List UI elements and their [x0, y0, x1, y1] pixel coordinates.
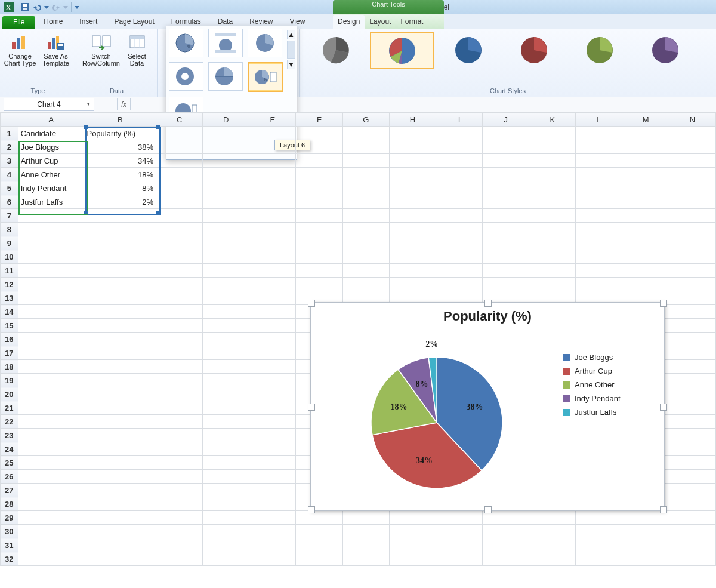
- cell-E4[interactable]: [249, 168, 296, 181]
- cell-G8[interactable]: [342, 223, 389, 236]
- cell-F7[interactable]: [296, 209, 342, 223]
- cell-A13[interactable]: [18, 291, 84, 305]
- cell-M11[interactable]: [622, 264, 669, 278]
- cell-G11[interactable]: [342, 264, 389, 278]
- cell-C30[interactable]: [156, 525, 202, 538]
- row-header-23[interactable]: 23: [1, 429, 18, 442]
- cell-I1[interactable]: [436, 127, 483, 140]
- chart-style-3[interactable]: [437, 32, 500, 68]
- cell-E10[interactable]: [249, 250, 296, 264]
- selection-handle[interactable]: [156, 211, 160, 214]
- cell-A26[interactable]: [18, 470, 84, 484]
- row-header-17[interactable]: 17: [1, 346, 18, 360]
- cell-D16[interactable]: [203, 333, 249, 346]
- cell-L1[interactable]: [576, 127, 622, 140]
- cell-N28[interactable]: [669, 497, 715, 511]
- cell-D7[interactable]: [203, 209, 249, 223]
- chart-resize-handle[interactable]: [308, 506, 315, 513]
- cell-B23[interactable]: [84, 429, 156, 442]
- cell-E5[interactable]: [249, 181, 296, 195]
- cell-A25[interactable]: [18, 456, 84, 470]
- cell-N23[interactable]: [669, 429, 715, 442]
- cell-C15[interactable]: [156, 319, 202, 333]
- cell-G2[interactable]: [342, 140, 389, 154]
- cell-K4[interactable]: [529, 168, 576, 181]
- cell-M31[interactable]: [622, 538, 669, 552]
- cell-H1[interactable]: [389, 127, 436, 140]
- cell-B26[interactable]: [84, 470, 156, 484]
- cell-C26[interactable]: [156, 470, 202, 484]
- cell-C14[interactable]: [156, 305, 202, 319]
- cell-M32[interactable]: [622, 552, 669, 566]
- cell-L31[interactable]: [576, 538, 622, 552]
- cell-A29[interactable]: [18, 511, 84, 525]
- cell-N7[interactable]: [669, 209, 715, 223]
- cell-E15[interactable]: [249, 319, 296, 333]
- cell-A12[interactable]: [18, 278, 84, 291]
- cell-F5[interactable]: [296, 181, 342, 195]
- cell-H11[interactable]: [389, 264, 436, 278]
- cell-I30[interactable]: [436, 525, 483, 538]
- cell-L29[interactable]: [576, 511, 622, 525]
- row-header-31[interactable]: 31: [1, 538, 18, 552]
- row-header-27[interactable]: 27: [1, 484, 18, 497]
- cell-K9[interactable]: [529, 236, 576, 250]
- cell-K1[interactable]: [529, 127, 576, 140]
- cell-A6[interactable]: Justfur Laffs: [18, 195, 84, 209]
- cell-E30[interactable]: [249, 525, 296, 538]
- row-header-13[interactable]: 13: [1, 291, 18, 305]
- cell-M6[interactable]: [622, 195, 669, 209]
- cell-E3[interactable]: [249, 154, 296, 168]
- cell-H5[interactable]: [389, 181, 436, 195]
- cell-A19[interactable]: [18, 374, 84, 387]
- row-header-6[interactable]: 6: [1, 195, 18, 209]
- cell-K8[interactable]: [529, 223, 576, 236]
- cell-D31[interactable]: [203, 538, 249, 552]
- cell-N31[interactable]: [669, 538, 715, 552]
- row-header-32[interactable]: 32: [1, 552, 18, 566]
- cell-J5[interactable]: [483, 181, 529, 195]
- change-chart-type-button[interactable]: Change Chart Type: [3, 31, 38, 68]
- cell-M2[interactable]: [622, 140, 669, 154]
- cell-N3[interactable]: [669, 154, 715, 168]
- cell-B15[interactable]: [84, 319, 156, 333]
- cell-H12[interactable]: [389, 278, 436, 291]
- row-header-11[interactable]: 11: [1, 264, 18, 278]
- scroll-down-icon[interactable]: ▼: [287, 60, 295, 69]
- chart-style-5[interactable]: [568, 32, 631, 68]
- chart-legend[interactable]: Joe BloggsArthur CupAnne OtherIndy Penda…: [563, 327, 664, 507]
- column-header-K[interactable]: K: [529, 113, 576, 127]
- cell-E28[interactable]: [249, 497, 296, 511]
- row-header-28[interactable]: 28: [1, 497, 18, 511]
- cell-A28[interactable]: [18, 497, 84, 511]
- cell-E16[interactable]: [249, 333, 296, 346]
- row-header-3[interactable]: 3: [1, 154, 18, 168]
- cell-D26[interactable]: [203, 470, 249, 484]
- tab-layout[interactable]: Layout: [365, 15, 396, 29]
- cell-J31[interactable]: [483, 538, 529, 552]
- cell-J11[interactable]: [483, 264, 529, 278]
- cell-C27[interactable]: [156, 484, 202, 497]
- cell-I10[interactable]: [436, 250, 483, 264]
- cell-I32[interactable]: [436, 552, 483, 566]
- cell-B13[interactable]: [84, 291, 156, 305]
- cell-C29[interactable]: [156, 511, 202, 525]
- cell-H9[interactable]: [389, 236, 436, 250]
- cell-G29[interactable]: [342, 511, 389, 525]
- cell-B22[interactable]: [84, 415, 156, 429]
- cell-H3[interactable]: [389, 154, 436, 168]
- cell-G12[interactable]: [342, 278, 389, 291]
- cell-K12[interactable]: [529, 278, 576, 291]
- cell-A15[interactable]: [18, 319, 84, 333]
- cell-N16[interactable]: [669, 333, 715, 346]
- cell-B10[interactable]: [84, 250, 156, 264]
- chart-resize-handle[interactable]: [660, 506, 667, 513]
- column-header-G[interactable]: G: [342, 113, 389, 127]
- legend-item-4[interactable]: Justfur Laffs: [563, 408, 664, 417]
- cell-I7[interactable]: [436, 209, 483, 223]
- cell-A10[interactable]: [18, 250, 84, 264]
- cell-B6[interactable]: 2%: [84, 195, 156, 209]
- cell-G6[interactable]: [342, 195, 389, 209]
- cell-A1[interactable]: Candidate: [18, 127, 84, 140]
- cell-J4[interactable]: [483, 168, 529, 181]
